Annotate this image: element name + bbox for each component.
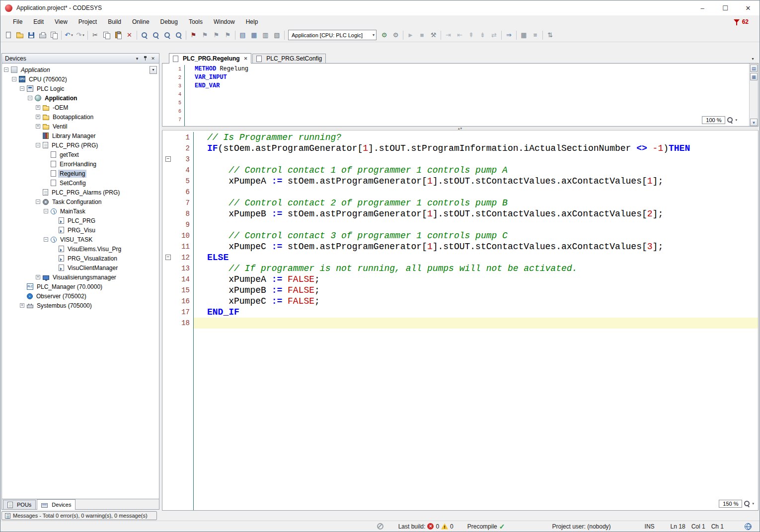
language-globe-icon[interactable] <box>745 523 752 530</box>
tree-item-visuelems-visu-prg[interactable]: VisuElems.Visu_Prg <box>2 244 159 254</box>
tree-item-plc-prg-prg[interactable]: −PLC_PRG (PRG) <box>2 140 159 150</box>
code-text[interactable]: // Control contact 1 of programmer 1 con… <box>193 165 758 176</box>
menu-view[interactable]: View <box>49 16 73 27</box>
splitter-handle-icon[interactable]: ▴▾ <box>458 127 462 130</box>
code-text[interactable]: END_VAR <box>184 82 758 90</box>
panel-dropdown-button[interactable]: ▾ <box>133 55 141 62</box>
tab-plc-prg-setconfig[interactable]: PLC_PRG.SetConfig <box>252 54 326 63</box>
minus-expander-icon[interactable]: − <box>44 237 48 242</box>
undo-button[interactable]: ↶▾ <box>63 29 75 41</box>
minimize-button[interactable]: – <box>691 0 714 15</box>
plus-expander-icon[interactable]: + <box>20 303 24 308</box>
filter-funnel-icon[interactable] <box>734 19 740 25</box>
code-text[interactable]: xPumpeA := FALSE; <box>193 274 758 285</box>
tree-item-plc-logic[interactable]: −PLC Logic <box>2 84 159 93</box>
tab-plc-prg-regelung[interactable]: PLC_PRG.Regelung✕ <box>169 53 251 64</box>
minus-expander-icon[interactable]: − <box>28 96 32 100</box>
tree-item-plc-prg[interactable]: PLC_PRG <box>2 216 159 225</box>
code-text[interactable] <box>184 99 758 107</box>
zoom-magnifier-icon[interactable] <box>727 117 734 124</box>
paste-button[interactable] <box>112 29 124 41</box>
breakpoint-settings-button[interactable]: ⚒ <box>428 29 439 41</box>
scroll-down-button[interactable]: ▾ <box>750 119 758 126</box>
tree-item-prg-visu[interactable]: PRG_Visu <box>2 225 159 235</box>
code-text[interactable]: // Control contact 3 of programmer 1 con… <box>193 230 758 241</box>
menu-project[interactable]: Project <box>73 16 102 27</box>
zoom-dropdown-icon[interactable]: ▾ <box>752 502 754 506</box>
previous-bookmark-button[interactable]: ⚑ <box>211 29 222 41</box>
body-zoom-value[interactable]: 150 % <box>719 500 742 508</box>
tree-item-maintask[interactable]: −MainTask <box>2 206 159 216</box>
delete-button[interactable]: ✕ <box>124 29 135 41</box>
code-text[interactable] <box>193 154 758 165</box>
messages-bar[interactable]: Messages - Total 0 error(s), 0 warning(s… <box>1 511 157 520</box>
single-cycle-button[interactable]: ⇟ <box>477 29 488 41</box>
code-text[interactable]: // Is Programmer running? <box>193 132 758 143</box>
tree-item-setconfig[interactable]: SetConfig <box>2 178 159 188</box>
zoom-magnifier-icon[interactable] <box>744 500 751 507</box>
clear-bookmarks-button[interactable]: ⚑ <box>222 29 233 41</box>
properties-view-button[interactable]: ▧ <box>271 29 283 41</box>
save-project-button[interactable] <box>25 29 37 41</box>
minus-expander-icon[interactable]: − <box>20 86 24 91</box>
menu-file[interactable]: File <box>7 16 28 27</box>
minus-expander-icon[interactable]: − <box>4 67 8 72</box>
code-text[interactable] <box>184 116 758 124</box>
tree-item-application[interactable]: −Application▾ <box>2 65 159 74</box>
minus-expander-icon[interactable]: − <box>44 209 48 213</box>
step-over-button[interactable]: ⇥ <box>443 29 454 41</box>
tree-item-cpu-705002[interactable]: −CPUCPU (705002) <box>2 74 159 84</box>
plus-expander-icon[interactable]: + <box>36 105 40 110</box>
breakpoints-list-button[interactable]: ▦ <box>518 29 530 41</box>
code-text[interactable]: xPumpeA := stOem.astProgramGenerator[1].… <box>193 176 758 187</box>
menu-debug[interactable]: Debug <box>155 16 183 27</box>
code-text[interactable]: xPumpeB := stOem.astProgramGenerator[1].… <box>193 208 758 219</box>
close-button[interactable]: ✕ <box>737 0 760 15</box>
panel-tab-devices[interactable]: Devices <box>37 499 76 510</box>
code-text[interactable]: // If programmer is not running, all pum… <box>193 263 758 274</box>
fold-collapse-icon[interactable]: − <box>165 255 171 260</box>
step-out-button[interactable]: ⇞ <box>465 29 477 41</box>
code-text[interactable]: // Control contact 2 of programmer 1 con… <box>193 198 758 208</box>
menu-build[interactable]: Build <box>102 16 127 27</box>
find-next-button[interactable] <box>150 29 161 41</box>
tree-item-observer-705002[interactable]: Observer (705002) <box>2 291 159 301</box>
tree-item-application[interactable]: −Application <box>2 93 159 103</box>
panel-tab-pous[interactable]: POUs <box>3 500 36 509</box>
flow-control-button[interactable]: ⇅ <box>544 29 556 41</box>
find-button[interactable] <box>139 29 150 41</box>
code-text[interactable] <box>193 318 758 329</box>
toggle-bookmark-button[interactable]: ⚑ <box>188 29 199 41</box>
run-to-cursor-button[interactable]: ⇒ <box>503 29 515 41</box>
copy-button[interactable] <box>101 29 112 41</box>
find-in-project-button[interactable] <box>173 29 184 41</box>
start-button[interactable]: ► <box>405 29 416 41</box>
device-selector-dropdown[interactable]: ▾ <box>150 66 157 74</box>
redo-button[interactable]: ↷▾ <box>75 29 86 41</box>
tree-item-regelung[interactable]: Regelung <box>2 169 159 178</box>
code-text[interactable]: xPumpeC := FALSE; <box>193 296 758 307</box>
tree-item-library-manager[interactable]: Library Manager <box>2 131 159 140</box>
menu-tools[interactable]: Tools <box>183 16 208 27</box>
menu-edit[interactable]: Edit <box>28 16 49 27</box>
declaration-tableview-button[interactable]: ▦ <box>750 73 758 80</box>
build-button[interactable]: ⚙ <box>379 29 390 41</box>
tree-item-visu-task[interactable]: −VISU_TASK <box>2 235 159 244</box>
tree-item-gettext[interactable]: getText <box>2 150 159 159</box>
tree-item-task-configuration[interactable]: −Task Configuration <box>2 197 159 206</box>
stop-button[interactable]: ■ <box>416 29 428 41</box>
code-text[interactable] <box>193 187 758 198</box>
menu-window[interactable]: Window <box>208 16 240 27</box>
tree-item-plc-prg-alarms-prg[interactable]: PLC_PRG_Alarms (PRG) <box>2 188 159 197</box>
print-button[interactable] <box>37 29 48 41</box>
code-text[interactable]: xPumpeC := stOem.astProgramGenerator[1].… <box>193 241 758 252</box>
messages-view-button[interactable]: ▤ <box>237 29 248 41</box>
menu-help[interactable]: Help <box>240 16 264 27</box>
code-text[interactable]: END_IF <box>193 307 758 318</box>
plus-expander-icon[interactable]: + <box>36 275 40 279</box>
tree-item-visuclientmanager[interactable]: VisuClientManager <box>2 263 159 272</box>
tab-list-dropdown-icon[interactable]: ▾ <box>749 55 757 62</box>
generate-code-button[interactable]: ⚙ <box>390 29 401 41</box>
open-project-button[interactable] <box>14 29 25 41</box>
plus-expander-icon[interactable]: + <box>36 115 40 119</box>
